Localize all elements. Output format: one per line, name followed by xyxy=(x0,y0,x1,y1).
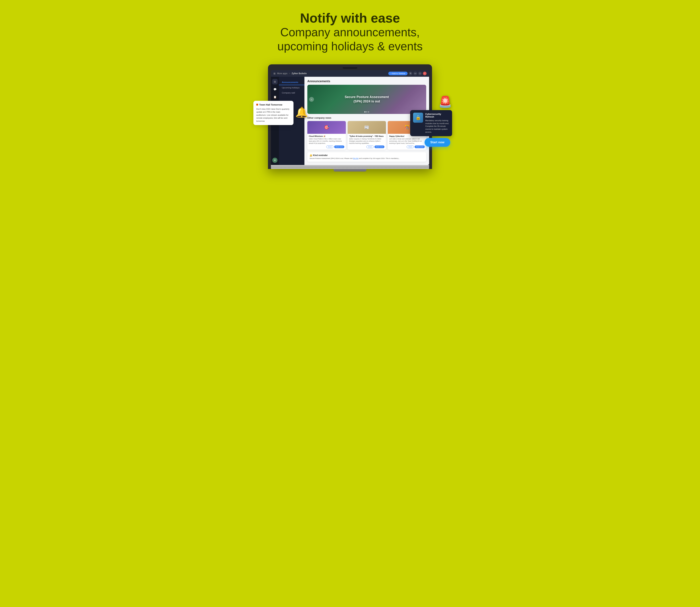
town-hall-dot xyxy=(256,104,258,106)
news-grid: 🎯 Cloud Milestone 🎉 Zylker Cloud Platfor… xyxy=(307,121,426,150)
reminder-link[interactable]: this link xyxy=(353,158,358,159)
reminder-card: 🔔 Kind reminder Secure Posture Assessmen… xyxy=(307,152,426,162)
news-card-cloud-read-more[interactable]: Read more xyxy=(334,145,344,148)
bell-notification: Town Hall Tomorrow Don't miss CEO Jane D… xyxy=(253,101,308,125)
bell-icon: 🔔 xyxy=(295,106,308,118)
alert-icon: 🚨 xyxy=(439,95,452,108)
title-bar: ⊞ More apps > Zylker Bulletin + Add to S… xyxy=(271,70,429,77)
sidebar-item-holidays[interactable]: Upcoming holidays xyxy=(279,85,304,90)
news-card-ai-read-more[interactable]: Read more xyxy=(375,145,385,148)
reminder-text: Secure Posture Assessment (SPA) 2024 is … xyxy=(310,157,424,160)
news-card-cloud-title: Cloud Milestone 🎉 xyxy=(309,135,344,137)
hero-subtitle: Company announcements, upcoming holidays… xyxy=(277,25,423,54)
other-news-title: Other company news xyxy=(307,117,426,119)
banner-dot-1 xyxy=(364,111,365,112)
close-button[interactable]: × xyxy=(423,71,427,75)
laptop-base xyxy=(271,165,429,169)
laptop-wrapper: Town Hall Tomorrow Don't miss CEO Jane D… xyxy=(268,64,432,171)
news-card-cloud-body: Cloud Milestone 🎉 Zylker Cloud Platform … xyxy=(307,134,346,150)
user-avatar[interactable]: U xyxy=(272,158,277,163)
news-card-ai-share[interactable]: Share xyxy=(366,145,374,148)
minimize-button[interactable]: — xyxy=(413,71,417,75)
laptop-notch xyxy=(343,67,357,69)
dark-sidebar-grid-icon[interactable]: ⊞ xyxy=(272,79,278,84)
maximize-button[interactable]: □ xyxy=(418,71,422,75)
sidebar-item-company-wall[interactable]: Company wall xyxy=(279,90,304,95)
app-title: Zylker Bulletin xyxy=(292,72,307,75)
town-hall-text: Don't miss CEO Jane Doe's quarterly upda… xyxy=(256,108,291,123)
add-to-sidebar-button[interactable]: + Add to Sidebar xyxy=(388,71,408,75)
news-card-cloud-image: 🎯 xyxy=(307,121,346,134)
news-card-cloud: 🎯 Cloud Milestone 🎉 Zylker Cloud Platfor… xyxy=(307,121,346,150)
news-card-cloud-text: Zylker Cloud Platform Hits 1 Million Use… xyxy=(309,138,344,145)
title-bar-right: + Add to Sidebar ↻ — □ × xyxy=(388,71,427,75)
banner-dot-3 xyxy=(368,111,369,112)
cybersec-image: 🔒 xyxy=(413,113,423,123)
dark-sidebar-chat-icon[interactable]: 💬 xyxy=(272,87,278,92)
alert-notification: 🚨 🔒 Cybersecurity Refresh Mandatory secu… xyxy=(410,95,452,147)
sidebar-item-announcements[interactable]: Announcements xyxy=(279,80,304,85)
town-hall-title: Town Hall Tomorrow xyxy=(256,103,291,106)
news-card-ai-title: "Zylker AI looks promising" - YBS News xyxy=(349,135,385,137)
breadcrumb-separator: > xyxy=(289,72,290,75)
laptop-stand xyxy=(334,169,366,171)
banner-dots xyxy=(364,111,369,112)
hero-section: Notify with ease Company announcements, … xyxy=(277,11,423,54)
town-hall-card: Town Hall Tomorrow Don't miss CEO Jane D… xyxy=(253,101,294,125)
hero-banner: ‹ Secure Posture Assessment (SPA) 2024 i… xyxy=(307,85,426,114)
dark-sidebar-tasks-icon[interactable]: 📋 xyxy=(272,94,278,100)
news-card-ai-image: 📰 xyxy=(348,121,386,134)
refresh-button[interactable]: ↻ xyxy=(409,71,412,75)
news-card-ai-body: "Zylker AI looks promising" - YBS News Z… xyxy=(348,134,386,150)
banner-dot-2 xyxy=(366,111,367,112)
news-card-cloud-share[interactable]: Share xyxy=(326,145,334,148)
cybersec-content: Cybersecurity Refresh Mandatory security… xyxy=(425,113,449,133)
start-now-button[interactable]: Start now xyxy=(425,138,450,147)
more-apps-label: More apps xyxy=(277,72,288,75)
reminder-title: 🔔 Kind reminder xyxy=(310,154,424,156)
title-bar-left: ⊞ More apps > Zylker Bulletin xyxy=(273,72,306,75)
cybersec-text: Mandatory security training modules due … xyxy=(425,119,449,133)
hero-title: Notify with ease xyxy=(277,11,423,25)
cybersec-card: 🔒 Cybersecurity Refresh Mandatory securi… xyxy=(410,110,452,136)
apps-grid-icon: ⊞ xyxy=(273,72,276,75)
news-card-ai-actions: Share Read more xyxy=(349,145,385,148)
news-card-ai-text: Zylker Acquires AI Startup TechMinds for… xyxy=(349,138,385,145)
announcements-title: Announcements xyxy=(307,80,426,83)
news-card-ai: 📰 "Zylker AI looks promising" - YBS News… xyxy=(348,121,386,150)
news-card-cloud-actions: Share Read more xyxy=(309,145,344,148)
cybersec-title: Cybersecurity Refresh xyxy=(425,113,449,118)
banner-prev-button[interactable]: ‹ xyxy=(309,97,314,102)
banner-text: Secure Posture Assessment (SPA) 2024 is … xyxy=(341,95,393,104)
